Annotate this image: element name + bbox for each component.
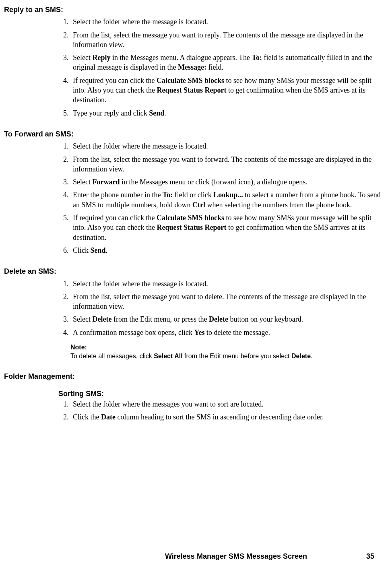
reply-steps: Select the folder where the message is l…	[58, 17, 383, 118]
list-item: Type your reply and click Send.	[70, 108, 383, 118]
list-item: If required you can click the Calculate …	[70, 76, 383, 105]
list-item: Enter the phone number in the To: field …	[70, 190, 383, 210]
note-text: To delete all messages, click Select All…	[70, 352, 383, 361]
note-block: Note: To delete all messages, click Sele…	[70, 343, 383, 360]
list-item: Click the Date column heading to sort th…	[70, 412, 383, 422]
list-item: A confirmation message box opens, click …	[70, 328, 383, 337]
list-item: Select Reply in the Messages menu. A dia…	[70, 53, 383, 72]
section-heading-forward: To Forward an SMS:	[4, 129, 383, 139]
list-item: Click Send.	[70, 246, 383, 255]
list-item: Select the folder where the messages you…	[70, 399, 383, 409]
list-item: From the list, select the message you wa…	[70, 155, 383, 174]
sorting-steps: Select the folder where the messages you…	[58, 399, 383, 422]
section-heading-delete: Delete an SMS:	[4, 266, 383, 276]
list-item: From the list, select the message you wa…	[70, 292, 383, 312]
note-label: Note:	[70, 343, 383, 352]
list-item: Select the folder where the message is l…	[70, 141, 383, 151]
list-item: If required you can click the Calculate …	[70, 213, 383, 242]
section-heading-reply: Reply to an SMS:	[4, 5, 383, 14]
list-item: Select the folder where the message is l…	[70, 279, 383, 289]
section-heading-folder: Folder Management:	[4, 372, 383, 381]
forward-steps: Select the folder where the message is l…	[58, 141, 383, 255]
list-item: From the list, select the message you wa…	[70, 30, 383, 50]
sub-heading-sorting: Sorting SMS:	[58, 389, 383, 398]
delete-steps: Select the folder where the message is l…	[58, 279, 383, 337]
list-item: Select Forward in the Messages menu or c…	[70, 177, 383, 187]
list-item: Select the folder where the message is l…	[70, 17, 383, 27]
list-item: Select Delete from the Edit menu, or pre…	[70, 314, 383, 324]
